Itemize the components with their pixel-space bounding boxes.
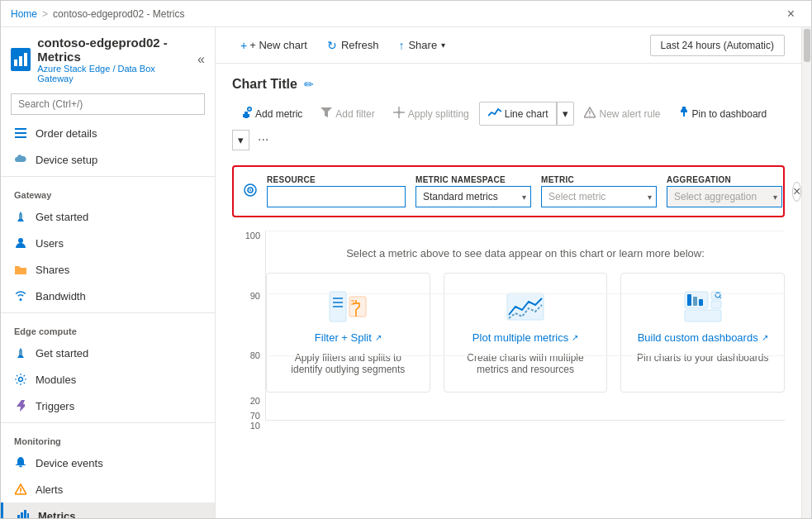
sidebar-icon [11,48,31,71]
bell-icon [14,456,27,469]
refresh-label: Refresh [341,39,379,51]
sidebar-item-alerts[interactable]: Alerts [1,476,215,502]
gear-icon [14,373,27,386]
person-icon [14,236,27,250]
y-label-20: 20 [250,396,260,406]
info-section: Select a metric above to see data appear… [266,247,785,393]
metric-field: METRIC Select metric [541,175,657,207]
window-close-button[interactable]: × [781,3,801,25]
sidebar-item-label: Device events [36,457,103,469]
resource-input[interactable]: contoso-edgeprod02 [267,186,406,207]
external-link-icon: ↗ [375,333,382,342]
info-card-filter-split[interactable]: Filter + Split ↗ Apply filters and split… [266,273,430,393]
breadcrumb-home[interactable]: Home [11,8,37,20]
namespace-field: METRIC NAMESPACE Standard metrics [415,175,531,207]
add-filter-button[interactable]: Add filter [312,102,382,125]
external-link-icon3: ↗ [762,333,768,342]
content-area: + + New chart ↻ Refresh ↑ Share ▾ Last 2… [216,27,801,518]
apply-splitting-label: Apply splitting [408,108,469,120]
sidebar-item-label: Order details [36,127,97,140]
sidebar-item-get-started-gw[interactable]: Get started [1,203,215,230]
sidebar-item-label: Device setup [36,154,97,166]
sidebar-item-label: Bandwidth [36,290,86,302]
more-options-button[interactable]: ··· [251,127,275,152]
line-chart-label: Line chart [505,108,548,120]
filter-split-title: Filter + Split ↗ [315,331,382,344]
new-chart-label: + New chart [249,39,307,51]
new-alert-rule-label: New alert rule [599,108,660,120]
external-link-icon2: ↗ [572,333,578,342]
namespace-select-wrapper: Standard metrics [415,186,531,207]
sidebar-item-users[interactable]: Users [1,230,215,256]
sidebar-item-device-events[interactable]: Device events [1,450,215,476]
remove-metric-button[interactable]: × [792,182,801,202]
info-prompt: Select a metric above to see data appear… [266,247,785,260]
title-bar: Home > contoso-edgeprod02 - Metrics × [1,1,811,27]
share-label: Share [408,39,437,51]
apply-splitting-button[interactable]: Apply splitting [385,102,477,126]
aggregation-label: AGGREGATION [667,175,782,184]
namespace-select[interactable]: Standard metrics [415,186,531,207]
chart-type-dropdown[interactable]: ▾ [557,102,573,125]
svg-rect-22 [590,111,591,114]
share-button[interactable]: ↑ Share ▾ [390,35,453,56]
dashboards-desc: Pin charts to your dashboards [637,352,768,364]
sidebar-collapse-button[interactable]: « [197,52,205,67]
new-chart-button[interactable]: + + New chart [232,35,316,56]
sidebar-item-metrics[interactable]: Metrics [1,502,215,518]
sidebar-header: contoso-edgeprod02 - Metrics Azure Stack… [1,27,215,88]
sidebar-item-label: Modules [36,374,76,386]
right-scrollbar[interactable] [801,27,811,518]
svg-rect-35 [711,301,721,308]
svg-rect-10 [20,488,21,492]
refresh-button[interactable]: ↻ Refresh [319,35,387,56]
aggregation-select[interactable]: Select aggregation [667,186,782,207]
sidebar-item-order-details[interactable]: Order details [1,120,215,146]
svg-rect-36 [685,310,721,321]
svg-point-21 [397,111,401,114]
sidebar-item-bandwidth[interactable]: Bandwidth [1,283,215,309]
pin-dropdown[interactable]: ▾ [232,130,249,150]
chart-plot: Select a metric above to see data appear… [265,231,785,421]
svg-rect-39 [699,299,703,306]
search-container [1,88,215,120]
time-range-button[interactable]: Last 24 hours (Automatic) [650,35,785,56]
breadcrumb-sep: > [42,8,48,20]
breadcrumb: Home > contoso-edgeprod02 - Metrics [11,8,184,20]
sidebar-item-triggers[interactable]: Triggers [1,393,215,419]
section-label-gateway: Gateway [1,180,215,203]
search-input[interactable] [11,93,205,115]
add-metric-button[interactable]: Add metric [232,102,311,126]
new-alert-rule-button[interactable]: New alert rule [576,102,668,126]
sidebar-item-get-started-ec[interactable]: Get started [1,340,215,366]
sidebar-item-modules[interactable]: Modules [1,366,215,393]
dashboards-image [683,290,723,323]
metric-select[interactable]: Select metric [541,186,657,207]
svg-rect-17 [243,114,249,117]
sidebar-title: contoso-edgeprod02 - Metrics [37,36,191,64]
svg-rect-4 [15,132,26,134]
sidebar-item-label: Get started [36,211,88,223]
info-card-dashboards[interactable]: Build custom dashboards ↗ Pin charts to … [620,273,785,393]
sidebar-item-shares[interactable]: Shares [1,256,215,283]
filter-split-image [328,290,368,323]
y-axis: 100 90 80 70 [232,231,265,421]
split-icon [393,107,405,121]
edit-title-icon[interactable]: ✏ [304,78,314,91]
filter-icon [321,107,332,120]
pin-to-dashboard-button[interactable]: Pin to dashboard [671,102,776,126]
svg-point-9 [19,378,23,382]
wifi-icon [14,289,27,302]
line-chart-icon [488,107,501,120]
metric-select-wrapper: Select metric [541,186,657,207]
sidebar-item-device-setup[interactable]: Device setup [1,146,215,173]
alert-icon [14,483,27,496]
y-label-90: 90 [250,291,260,301]
line-chart-button[interactable]: Line chart [480,102,558,125]
info-card-plot-metrics[interactable]: Plot multiple metrics ↗ Create charts wi… [444,273,608,393]
scrollbar-thumb[interactable] [804,29,810,62]
rocket-icon [14,210,27,223]
metric-row-scope-icon [244,183,257,200]
plot-metrics-title: Plot multiple metrics ↗ [472,331,578,344]
chart-area: Chart Title ✏ Add metric [216,64,801,518]
